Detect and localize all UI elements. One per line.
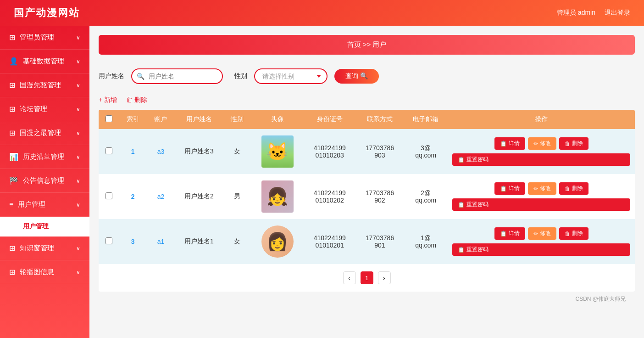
sidebar-sub-label-user: 用户管理 bbox=[23, 222, 49, 230]
detail-icon: 📋 bbox=[500, 141, 507, 147]
reset-password-button[interactable]: 📋 重置密码 bbox=[452, 198, 630, 211]
sidebar-label-notice: 公告信息管理 bbox=[23, 176, 64, 185]
gender-select[interactable]: 请选择性别 男 女 bbox=[254, 68, 328, 84]
chevron-icon-user: ∨ bbox=[76, 202, 80, 208]
row-checkbox-cell bbox=[99, 174, 119, 219]
col-checkbox bbox=[99, 110, 119, 129]
detail-button[interactable]: 📋 详情 bbox=[494, 137, 525, 150]
row-actions: 📋 详情 ✏ 修改 🗑 删除 📋 重置密码 bbox=[448, 219, 635, 264]
detail-button[interactable]: 📋 详情 bbox=[494, 227, 525, 240]
add-button[interactable]: + 新增 bbox=[99, 96, 117, 104]
edit-label: 修改 bbox=[540, 140, 551, 147]
sidebar-item-user-mgmt[interactable]: ≡ 用户管理 ∨ bbox=[0, 193, 89, 217]
col-email: 电子邮箱 bbox=[404, 110, 448, 129]
edit-label: 修改 bbox=[540, 185, 551, 192]
row-email: 3@qq.com bbox=[404, 129, 448, 174]
delete-label: 删除 bbox=[572, 230, 583, 237]
edit-button[interactable]: ✏ 修改 bbox=[528, 227, 556, 240]
bulk-delete-button[interactable]: 🗑 删除 bbox=[126, 96, 147, 104]
col-phone: 联系方式 bbox=[356, 110, 404, 129]
chevron-icon-admin: ∨ bbox=[76, 34, 80, 41]
sidebar-item-carousel[interactable]: ⊞ 轮播图信息 ∨ bbox=[0, 260, 89, 284]
chevron-icon-knowledge: ∨ bbox=[76, 245, 80, 252]
sidebar-label-carousel: 轮播图信息 bbox=[20, 268, 54, 276]
delete-button[interactable]: 🗑 删除 bbox=[559, 227, 588, 240]
col-index: 索引 bbox=[119, 110, 147, 129]
reset-icon: 📋 bbox=[458, 157, 465, 163]
site-logo: 国产动漫网站 bbox=[14, 6, 80, 20]
sidebar-item-history[interactable]: 📊 历史沿革管理 ∨ bbox=[0, 145, 89, 169]
sidebar-label-history: 历史沿革管理 bbox=[23, 152, 64, 161]
username-label: 用户姓名 bbox=[99, 72, 124, 80]
select-all-checkbox[interactable] bbox=[105, 115, 112, 122]
sidebar-item-admin-mgmt[interactable]: ⊞ 管理员管理 ∨ bbox=[0, 26, 89, 50]
delete-icon: 🗑 bbox=[565, 141, 570, 147]
row-avatar: 👧 bbox=[251, 174, 304, 219]
footer-credit: CSDN @伟庭大师兄 bbox=[99, 292, 635, 307]
table-row: 2 a2 用户姓名2 男 👧 41022419901010202 1770378… bbox=[99, 174, 635, 219]
best-icon: ⊞ bbox=[9, 129, 15, 137]
query-label: 查询 🔍 bbox=[345, 72, 368, 80]
detail-button[interactable]: 📋 详情 bbox=[494, 182, 525, 195]
reset-label: 重置密码 bbox=[466, 201, 489, 208]
sidebar-label-pioneer: 国漫先驱管理 bbox=[20, 81, 61, 90]
reset-password-button[interactable]: 📋 重置密码 bbox=[452, 243, 630, 256]
reset-password-button[interactable]: 📋 重置密码 bbox=[452, 153, 630, 166]
logout-link[interactable]: 退出登录 bbox=[605, 9, 630, 17]
forum-icon: ⊞ bbox=[9, 105, 15, 113]
sidebar-item-forum[interactable]: ⊞ 论坛管理 ∨ bbox=[0, 97, 89, 121]
col-idnumber: 身份证号 bbox=[304, 110, 356, 129]
row-index: 2 bbox=[119, 174, 147, 219]
row-checkbox[interactable] bbox=[105, 192, 112, 199]
row-account: a2 bbox=[147, 174, 175, 219]
sidebar-item-knowledge[interactable]: ⊞ 知识窗管理 ∨ bbox=[0, 237, 89, 260]
sidebar-item-notice[interactable]: 🏁 公告信息管理 ∨ bbox=[0, 169, 89, 193]
header: 国产动漫网站 管理员 admin 退出登录 bbox=[0, 0, 644, 26]
edit-button[interactable]: ✏ 修改 bbox=[528, 182, 556, 195]
delete-button[interactable]: 🗑 删除 bbox=[559, 182, 588, 195]
prev-page-button[interactable]: ‹ bbox=[343, 271, 356, 284]
chevron-icon-best: ∨ bbox=[76, 130, 80, 136]
chevron-icon-notice: ∨ bbox=[76, 178, 80, 184]
col-account: 账户 bbox=[147, 110, 175, 129]
admin-label: 管理员 admin bbox=[557, 9, 595, 17]
page-1-button[interactable]: 1 bbox=[361, 271, 373, 284]
query-button[interactable]: 查询 🔍 bbox=[334, 69, 379, 84]
avatar-cartoon: 🐱 bbox=[261, 135, 294, 168]
sidebar-item-basic-data[interactable]: 👤 基础数据管理 ∨ bbox=[0, 50, 89, 73]
row-checkbox[interactable] bbox=[105, 237, 112, 244]
sidebar-sub-user-mgmt[interactable]: 用户管理 bbox=[0, 217, 89, 237]
main-content: 首页 >> 用户 用户姓名 🔍 性别 请选择性别 男 女 查询 🔍 + 新增 🗑… bbox=[89, 26, 644, 338]
col-avatar: 头像 bbox=[251, 110, 304, 129]
user-table-wrap: 索引 账户 用户姓名 性别 头像 身份证号 联系方式 电子邮箱 操作 1 a3 bbox=[99, 110, 635, 292]
row-email: 1@qq.com bbox=[404, 219, 448, 264]
edit-icon: ✏ bbox=[533, 231, 538, 237]
avatar-girl1: 👧 bbox=[261, 180, 294, 213]
sidebar-item-best[interactable]: ⊞ 国漫之最管理 ∨ bbox=[0, 121, 89, 145]
sidebar-item-pioneer[interactable]: ⊞ 国漫先驱管理 ∨ bbox=[0, 73, 89, 97]
sidebar-label-basic-data: 基础数据管理 bbox=[23, 57, 64, 66]
row-avatar: 👩 bbox=[251, 219, 304, 264]
reset-icon: 📋 bbox=[458, 247, 465, 253]
row-checkbox[interactable] bbox=[105, 147, 112, 154]
username-input[interactable] bbox=[131, 68, 223, 84]
table-body: 1 a3 用户姓名3 女 🐱 41022419901010203 1770378… bbox=[99, 129, 635, 264]
row-actions: 📋 详情 ✏ 修改 🗑 删除 📋 重置密码 bbox=[448, 174, 635, 219]
row-index: 3 bbox=[119, 219, 147, 264]
sidebar-label-forum: 论坛管理 bbox=[20, 105, 47, 113]
pagination: ‹ 1 › bbox=[99, 264, 635, 292]
chevron-icon-carousel: ∨ bbox=[76, 269, 80, 276]
table-row: 1 a3 用户姓名3 女 🐱 41022419901010203 1770378… bbox=[99, 129, 635, 174]
row-checkbox-cell bbox=[99, 129, 119, 174]
row-username: 用户姓名2 bbox=[175, 174, 223, 219]
edit-button[interactable]: ✏ 修改 bbox=[528, 137, 556, 150]
row-actions: 📋 详情 ✏ 修改 🗑 删除 📋 重置密码 bbox=[448, 129, 635, 174]
search-bar: 用户姓名 🔍 性别 请选择性别 男 女 查询 🔍 bbox=[99, 64, 635, 89]
gender-label: 性别 bbox=[234, 72, 247, 80]
delete-button[interactable]: 🗑 删除 bbox=[559, 137, 588, 150]
row-gender: 男 bbox=[223, 174, 251, 219]
table-row: 3 a1 用户姓名1 女 👩 41022419901010201 1770378… bbox=[99, 219, 635, 264]
pioneer-icon: ⊞ bbox=[9, 81, 15, 90]
next-page-button[interactable]: › bbox=[378, 271, 391, 284]
row-index: 1 bbox=[119, 129, 147, 174]
